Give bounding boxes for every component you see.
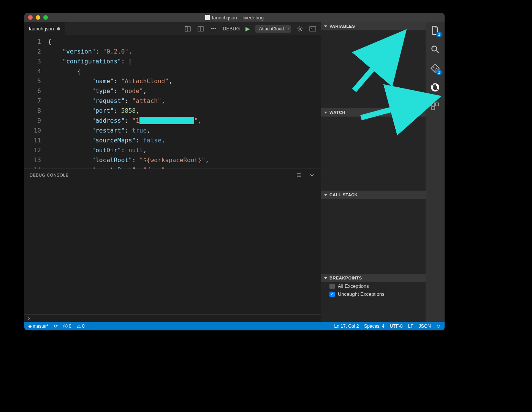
section-header-breakpoints[interactable]: BREAKPOINTS: [321, 274, 426, 282]
section-body: [321, 117, 426, 191]
svg-point-9: [436, 68, 437, 69]
breakpoint-item[interactable]: All Exceptions: [321, 282, 426, 290]
eol[interactable]: LF: [408, 324, 413, 329]
svg-rect-14: [432, 103, 435, 106]
svg-point-4: [299, 28, 301, 30]
debug-side-panel: VARIABLESWATCHCALL STACKBREAKPOINTSAll E…: [321, 22, 426, 322]
panel-chevron-icon[interactable]: [308, 171, 316, 179]
more-actions-icon[interactable]: •••: [210, 25, 217, 33]
gear-icon[interactable]: [296, 25, 304, 33]
debug-console-input[interactable]: [24, 314, 321, 322]
git-branch[interactable]: ◈ master*: [28, 324, 49, 329]
activity-bar: 1 1: [426, 22, 445, 322]
svg-line-7: [436, 51, 439, 53]
svg-point-10: [434, 69, 435, 71]
status-bar: ◈ master* ⟳ ⓧ 0 ⚠ 0 Ln 17, Col 2 Spaces:…: [24, 322, 445, 330]
vscode-window: launch.json – livedebug launch.json ••• …: [24, 13, 445, 330]
svg-point-6: [432, 46, 437, 51]
file-icon: [205, 15, 210, 20]
language-mode[interactable]: JSON: [419, 324, 431, 329]
git-badge: 1: [436, 69, 442, 75]
feedback-icon[interactable]: ☺: [436, 324, 441, 329]
search-icon[interactable]: [430, 44, 440, 55]
debug-console-body[interactable]: [24, 181, 321, 314]
svg-rect-5: [310, 27, 316, 31]
split-editor-icon[interactable]: [184, 25, 192, 33]
svg-rect-16: [432, 107, 435, 110]
clear-console-icon[interactable]: [295, 171, 303, 179]
debug-config-selected: AttachCloud: [259, 26, 284, 32]
sync-icon[interactable]: ⟳: [54, 324, 58, 329]
svg-rect-0: [185, 27, 190, 31]
panel-tabs: DEBUG CONSOLE: [24, 169, 321, 181]
debug-config-dropdown[interactable]: AttachCloud: [255, 25, 291, 33]
explorer-icon[interactable]: 1: [430, 25, 440, 36]
extensions-icon[interactable]: [430, 101, 440, 112]
tab-launch-json[interactable]: launch.json: [24, 22, 65, 35]
indentation[interactable]: Spaces: 4: [364, 324, 384, 329]
split-right-icon[interactable]: [197, 25, 204, 33]
debug-console-tab[interactable]: DEBUG CONSOLE: [30, 173, 68, 177]
svg-rect-15: [435, 103, 439, 106]
svg-point-13: [434, 84, 436, 86]
start-debug-icon[interactable]: ▶: [245, 25, 250, 32]
errors-count[interactable]: ⓧ 0: [63, 323, 71, 330]
window-title-text: launch.json – livedebug: [212, 15, 264, 21]
section-header-variables[interactable]: VARIABLES: [321, 22, 426, 30]
line-numbers: 1234567891011121314151617: [24, 35, 48, 169]
breakpoint-item[interactable]: ✓Uncaught Exceptions: [321, 290, 426, 298]
debug-icon[interactable]: [430, 82, 440, 93]
warnings-count[interactable]: ⚠ 0: [77, 324, 85, 329]
tab-label: launch.json: [29, 26, 54, 32]
git-icon[interactable]: 1: [430, 63, 440, 74]
section-body: [321, 30, 426, 108]
debug-console-icon[interactable]: [309, 25, 317, 33]
encoding[interactable]: UTF-8: [390, 324, 403, 329]
code-content[interactable]: { "version": "0.2.0", "configurations": …: [48, 35, 321, 169]
editor-tabs: launch.json ••• DEBUG ▶ AttachCloud: [24, 22, 321, 35]
window-title: launch.json – livedebug: [24, 15, 445, 21]
svg-rect-1: [185, 27, 187, 31]
cursor-position[interactable]: Ln 17, Col 2: [334, 324, 359, 329]
debug-label: DEBUG: [223, 26, 240, 32]
section-body: All Exceptions✓Uncaught Exceptions: [321, 282, 426, 308]
dirty-indicator-icon: [57, 27, 60, 30]
explorer-badge: 1: [436, 32, 442, 37]
svg-point-8: [433, 66, 434, 68]
titlebar: launch.json – livedebug: [24, 13, 445, 22]
section-body: [321, 199, 426, 274]
section-header-watch[interactable]: WATCH: [321, 108, 426, 117]
section-header-call-stack[interactable]: CALL STACK: [321, 191, 426, 199]
code-editor[interactable]: 1234567891011121314151617 { "version": "…: [24, 35, 321, 169]
